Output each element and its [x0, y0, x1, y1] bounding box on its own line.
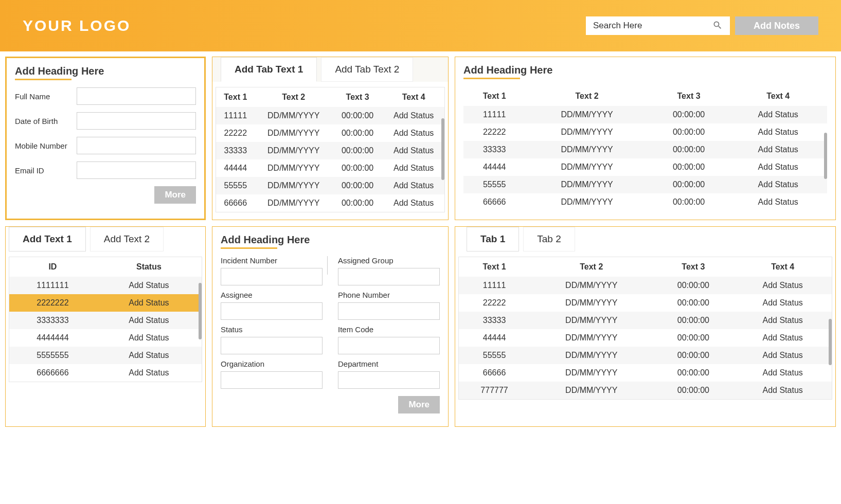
email-label: Email ID: [15, 166, 77, 175]
phone-number-field[interactable]: [338, 302, 440, 320]
column-header: Text 4: [733, 257, 832, 277]
table-row[interactable]: 44444DD/MM/YYYY00:00:00Add Status: [459, 329, 832, 347]
scrollbar[interactable]: [829, 319, 832, 365]
card-heading: Add Heading Here: [463, 64, 552, 79]
table-cell: Add Status: [383, 159, 444, 177]
department-label: Department: [338, 359, 440, 368]
table-row[interactable]: 66666DD/MM/YYYY00:00:00Add Status: [459, 364, 832, 382]
table-row[interactable]: 11111DD/MM/YYYY00:00:00Add Status: [459, 277, 832, 294]
table-cell: 4444444: [9, 329, 96, 347]
scrollbar[interactable]: [199, 283, 202, 339]
table-cell: Add Status: [729, 141, 827, 158]
email-field[interactable]: [77, 161, 196, 179]
incident-number-field[interactable]: [221, 268, 323, 285]
table-cell: Add Status: [96, 329, 202, 347]
column-header: Text 1: [216, 87, 255, 107]
table-cell: Add Status: [383, 177, 444, 194]
table-cell: Add Status: [733, 347, 832, 364]
organization-field[interactable]: [221, 371, 323, 389]
tab-add-text-1[interactable]: Add Text 1: [9, 227, 86, 251]
table-cell: 00:00:00: [649, 176, 729, 193]
more-button[interactable]: More: [154, 186, 196, 204]
table-row[interactable]: 44444DD/MM/YYYY00:00:00Add Status: [463, 158, 827, 176]
table-cell: 33333: [463, 141, 525, 158]
assigned-group-field[interactable]: [338, 268, 440, 285]
assigned-group-label: Assigned Group: [338, 256, 440, 265]
table-row[interactable]: 66666DD/MM/YYYY00:00:00Add Status: [463, 193, 827, 211]
table-row[interactable]: 33333DD/MM/YYYY00:00:00Add Status: [216, 142, 444, 159]
table-row[interactable]: 3333333Add Status: [9, 312, 202, 329]
table-row[interactable]: 22222DD/MM/YYYY00:00:00Add Status: [459, 294, 832, 312]
table-cell: Add Status: [96, 364, 202, 382]
department-field[interactable]: [338, 371, 440, 389]
column-header: Text 3: [649, 86, 729, 106]
table-cell: Add Status: [733, 294, 832, 312]
dob-field[interactable]: [77, 112, 196, 130]
table-row[interactable]: 55555DD/MM/YYYY00:00:00Add Status: [216, 177, 444, 194]
table-row[interactable]: 2222222Add Status: [9, 294, 202, 312]
table-row[interactable]: 777777DD/MM/YYYY00:00:00Add Status: [459, 382, 832, 399]
table-row[interactable]: 5555555Add Status: [9, 347, 202, 364]
mobile-field[interactable]: [77, 137, 196, 154]
table-cell: 11111: [463, 106, 525, 123]
table-row[interactable]: 11111DD/MM/YYYY00:00:00Add Status: [216, 107, 444, 124]
table-cell: 66666: [463, 193, 525, 211]
add-notes-button[interactable]: Add Notes: [735, 16, 818, 35]
phone-number-label: Phone Number: [338, 291, 440, 299]
table-cell: 00:00:00: [332, 194, 383, 212]
table-row[interactable]: 22222DD/MM/YYYY00:00:00Add Status: [216, 124, 444, 142]
table-cell: 1111111: [9, 277, 96, 294]
table-row[interactable]: 55555DD/MM/YYYY00:00:00Add Status: [459, 347, 832, 364]
table-cell: 55555: [459, 347, 530, 364]
dob-label: Date of Birth: [15, 117, 77, 125]
tabbed-table: Text 1Text 2Text 3Text 411111DD/MM/YYYY0…: [216, 87, 444, 212]
full-name-label: Full Name: [15, 92, 77, 101]
id-status-table: IDStatus1111111Add Status2222222Add Stat…: [9, 257, 202, 382]
table-row[interactable]: 66666DD/MM/YYYY00:00:00Add Status: [216, 194, 444, 212]
more-button[interactable]: More: [398, 396, 440, 413]
table-cell: 3333333: [9, 312, 96, 329]
table-row[interactable]: 1111111Add Status: [9, 277, 202, 294]
tab-add-tab-text-2[interactable]: Add Tab Text 2: [321, 57, 413, 82]
search-box[interactable]: [586, 16, 730, 35]
item-code-field[interactable]: [338, 337, 440, 354]
table-row[interactable]: 33333DD/MM/YYYY00:00:00Add Status: [463, 141, 827, 158]
table-row[interactable]: 22222DD/MM/YYYY00:00:00Add Status: [463, 123, 827, 141]
table-cell: 00:00:00: [653, 277, 733, 294]
column-header: Text 2: [525, 86, 648, 106]
table-row[interactable]: 33333DD/MM/YYYY00:00:00Add Status: [459, 312, 832, 329]
table-cell: Add Status: [383, 194, 444, 212]
table-row[interactable]: 4444444Add Status: [9, 329, 202, 347]
full-name-field[interactable]: [77, 87, 196, 105]
table-cell: Add Status: [383, 124, 444, 142]
table-cell: 777777: [459, 382, 530, 399]
table-cell: 44444: [459, 329, 530, 347]
table-cell: 00:00:00: [649, 106, 729, 123]
tab-add-tab-text-1[interactable]: Add Tab Text 1: [221, 57, 317, 82]
logo: YOUR LOGO: [23, 17, 131, 34]
table-cell: 00:00:00: [653, 364, 733, 382]
table-row[interactable]: 44444DD/MM/YYYY00:00:00Add Status: [216, 159, 444, 177]
status-field[interactable]: [221, 337, 323, 354]
table-cell: Add Status: [729, 106, 827, 123]
table-row[interactable]: 6666666Add Status: [9, 364, 202, 382]
search-input[interactable]: [593, 21, 712, 31]
tabbed-table-card: Add Tab Text 1 Add Tab Text 2 Text 1Text…: [212, 57, 449, 220]
table-cell: Add Status: [96, 312, 202, 329]
table-cell: Add Status: [96, 277, 202, 294]
table-cell: 11111: [216, 107, 255, 124]
tab-2[interactable]: Tab 2: [523, 227, 575, 251]
table-row[interactable]: 11111DD/MM/YYYY00:00:00Add Status: [463, 106, 827, 123]
assignee-field[interactable]: [221, 302, 323, 320]
table-row[interactable]: 55555DD/MM/YYYY00:00:00Add Status: [463, 176, 827, 193]
scrollbar[interactable]: [441, 118, 444, 180]
table-cell: 00:00:00: [332, 107, 383, 124]
table-cell: 55555: [216, 177, 255, 194]
scrollbar[interactable]: [824, 133, 827, 179]
table-cell: DD/MM/YYYY: [530, 294, 653, 312]
table-cell: 5555555: [9, 347, 96, 364]
table-cell: DD/MM/YYYY: [525, 141, 648, 158]
tab-1[interactable]: Tab 1: [467, 227, 519, 251]
tab-add-text-2[interactable]: Add Text 2: [90, 227, 164, 251]
header: YOUR LOGO Add Notes: [0, 0, 841, 51]
